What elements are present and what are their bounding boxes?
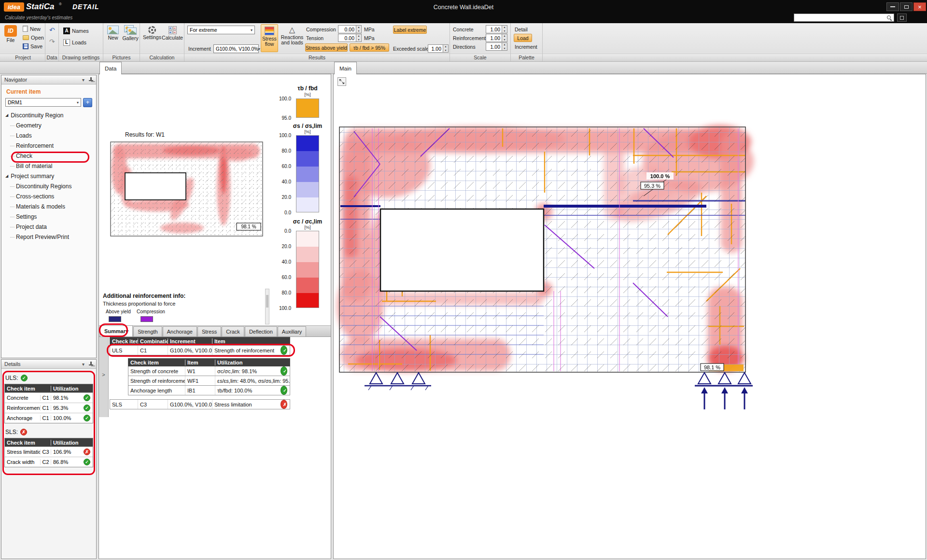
tension-spinner[interactable] <box>356 34 362 42</box>
scale-directions-spinner[interactable] <box>502 42 507 51</box>
increment-select[interactable]: G100.0%, V100.0% <box>213 44 259 53</box>
add-item-button[interactable] <box>83 98 92 107</box>
table-row-anchorage-length[interactable]: Anchorage length IB1 τb/fbd: 100.0% <box>128 386 290 395</box>
tree-item-loads[interactable]: Loads <box>1 130 96 140</box>
tree-expander-icon[interactable] <box>5 174 8 178</box>
tab-summary[interactable]: Summary <box>100 325 133 336</box>
table-row-crack-width[interactable]: Crack width C2 86.8% <box>5 457 93 467</box>
tree-item-project-summary[interactable]: Project summary <box>1 171 96 181</box>
compression-input[interactable] <box>338 25 356 33</box>
current-item-select[interactable]: DRM1 <box>5 98 81 107</box>
scale-directions-input[interactable] <box>486 42 502 51</box>
cell-combination: C1 <box>138 346 168 355</box>
redo-button[interactable] <box>48 37 56 45</box>
exceeded-scale-input[interactable] <box>428 44 443 53</box>
tree-item-check[interactable]: Check <box>1 151 96 161</box>
picture-icon <box>107 26 119 34</box>
table-row-anchorage[interactable]: Anchorage C1 100.0% <box>5 413 93 423</box>
fit-view-button[interactable] <box>337 77 346 86</box>
navigator-header[interactable]: Navigator <box>1 75 96 84</box>
table-row-reinforcement[interactable]: Reinforcement C1 95.3% <box>5 403 93 413</box>
save-button[interactable]: Save <box>21 42 44 50</box>
ribbon-group-project: File New Open Save Project <box>1 23 45 61</box>
gallery-button[interactable]: Gallery <box>123 25 138 41</box>
tab-deflection[interactable]: Deflection <box>245 326 277 336</box>
tree-item-discontinuity-region[interactable]: Discontinuity Region <box>1 110 96 120</box>
scale-concrete-spinner[interactable] <box>502 25 507 33</box>
column-check-item: Check item <box>128 360 185 365</box>
pin-icon[interactable] <box>88 77 93 82</box>
names-button[interactable]: Names <box>62 27 90 35</box>
undo-button[interactable] <box>48 26 56 34</box>
extreme-select[interactable]: For extreme <box>187 26 255 34</box>
calculate-button[interactable]: Calculate <box>162 26 183 41</box>
tree-item-cross-sections[interactable]: Cross-sections <box>1 191 96 201</box>
scale-reinforcement-spinner[interactable] <box>502 34 507 42</box>
uls-status-icon <box>21 375 28 381</box>
settings-button[interactable]: Settings <box>143 26 161 40</box>
tab-main[interactable]: Main <box>334 62 357 74</box>
chevron-down-icon[interactable] <box>82 362 84 367</box>
table-row-sls[interactable]: SLS C3 G100.0%, V100.0% Stress limitatio… <box>110 399 290 409</box>
tree-item-materials-models[interactable]: Materials & models <box>1 201 96 211</box>
new-picture-button[interactable]: New <box>106 26 120 41</box>
search-input[interactable] <box>794 15 886 21</box>
label-extreme-button[interactable]: Label extreme <box>393 26 427 34</box>
search-icon[interactable] <box>886 15 892 21</box>
file-button[interactable]: File <box>3 25 18 43</box>
tab-crack[interactable]: Crack <box>222 326 244 336</box>
tab-anchorage[interactable]: Anchorage <box>163 326 197 336</box>
tab-auxiliary[interactable]: Auxiliary <box>278 326 307 336</box>
tree-item-geometry[interactable]: Geometry <box>1 120 96 130</box>
search-box[interactable] <box>794 14 894 22</box>
palette-option-load[interactable]: Load <box>514 34 532 42</box>
maximize-button[interactable] <box>900 2 913 11</box>
tree-item-discontinuity-regions[interactable]: Discontinuity Regions <box>1 181 96 191</box>
scrollbar-thumb[interactable] <box>266 295 268 308</box>
reactions-button[interactable]: Reactions and loads <box>280 24 304 52</box>
palette-option-increment[interactable]: Increment <box>515 44 537 50</box>
table-row-uls[interactable]: ULS C1 G100.0%, V100.0% Strength of rein… <box>110 345 290 355</box>
stress-flow-button[interactable]: Stress flow <box>261 24 278 52</box>
legend-scrollbar[interactable] <box>265 289 269 324</box>
stress-flow-preview[interactable]: 98.1 % <box>110 141 264 238</box>
loads-button[interactable]: Loads <box>62 38 88 46</box>
tree-expander-icon[interactable] <box>5 113 8 117</box>
cell-check-item: Strength of reinforcement <box>128 376 185 385</box>
open-button[interactable]: Open <box>21 33 45 42</box>
minimize-button[interactable] <box>886 2 899 11</box>
chevron-down-icon[interactable] <box>82 77 84 83</box>
scale-reinforcement-input[interactable] <box>486 34 502 42</box>
scale-concrete-input[interactable] <box>486 25 502 33</box>
new-button[interactable]: New <box>21 25 42 33</box>
tree-item-label: Settings <box>16 213 37 220</box>
close-button[interactable]: × <box>913 2 926 11</box>
tension-input[interactable] <box>338 34 356 42</box>
scale-concrete-label: Concrete <box>453 27 474 32</box>
stress-above-yield-button[interactable]: Stress above yield <box>305 43 348 52</box>
supports-right <box>695 373 753 386</box>
tree-item-report-preview-print[interactable]: Report Preview/Print <box>1 232 96 242</box>
table-row-strength-of-concrete[interactable]: Strength of concrete W1 σc/σc,lim: 98.1% <box>128 366 290 376</box>
main-visualization[interactable]: 100.0 % 95.3 % 98.1 % <box>334 74 926 559</box>
details-header[interactable]: Details <box>1 360 96 369</box>
table-row-strength-of-reinforcement[interactable]: Strength of reinforcement WF1 εs/εs,lim:… <box>128 376 290 386</box>
tree-item-project-data[interactable]: Project data <box>1 222 96 232</box>
tree-item-bill-of-material[interactable]: Bill of material <box>1 161 96 171</box>
tree-item-reinforcement[interactable]: Reinforcement <box>1 140 96 151</box>
tb-fbd-button[interactable]: τb / fbd > 95% <box>350 43 389 52</box>
names-label: Names <box>72 28 89 34</box>
pin-icon[interactable] <box>88 362 93 366</box>
tab-strength[interactable]: Strength <box>133 326 162 336</box>
tab-data[interactable]: Data <box>99 62 122 74</box>
compression-label: Compression <box>306 27 336 32</box>
tree-item-settings[interactable]: Settings <box>1 211 96 222</box>
expander-icon[interactable] <box>99 372 108 378</box>
palette-option-detail[interactable]: Detail <box>515 27 528 32</box>
compression-spinner[interactable] <box>356 25 362 33</box>
exceeded-scale-spinner[interactable] <box>443 44 449 53</box>
table-row-stress-limitation[interactable]: Stress limitation C3 106.9% <box>5 447 93 457</box>
table-row-concrete[interactable]: Concrete C1 98.1% <box>5 392 93 403</box>
search-options-button[interactable] <box>897 14 907 22</box>
tab-stress[interactable]: Stress <box>197 326 221 336</box>
